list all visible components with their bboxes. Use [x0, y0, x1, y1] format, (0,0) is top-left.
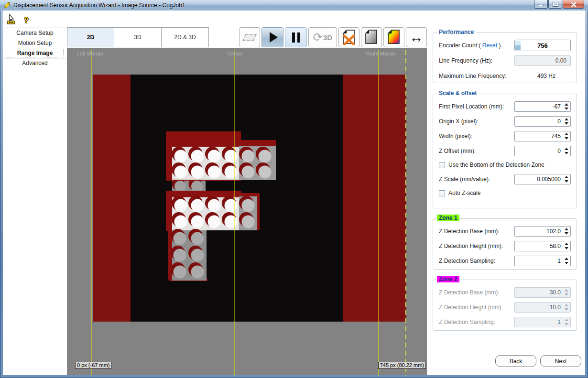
right-margin-label: Right Margin [366, 51, 396, 56]
auto-z-scale-checkbox-row: Auto Z-scale [433, 186, 577, 200]
play-icon [270, 32, 278, 43]
first-pixel-location-field[interactable]: -67 [514, 101, 571, 112]
palette-color-icon [387, 30, 401, 45]
z-scale-row: Z Scale (mm/value): 0.005000 [433, 172, 577, 186]
zone2-base-label: Z Detection Base (mm): [439, 289, 500, 296]
encoder-label-prefix: Encoder Count:( [439, 42, 482, 49]
line-frequency-value: 0.00 [555, 57, 566, 64]
close-icon [571, 1, 577, 7]
divider [4, 48, 66, 48]
zone1-sampling-field[interactable]: 1 [514, 256, 571, 266]
right-coordinate-readout: 745 px (80.22 mm) [378, 362, 426, 369]
sidebar-item-camera-setup[interactable]: Camera Setup [3, 28, 67, 38]
zone1-height-label: Z Detection Height (mm): [439, 243, 503, 249]
zone2-height-label: Z Detection Height (mm): [439, 304, 503, 311]
spinner-arrows[interactable] [565, 243, 568, 249]
play-button[interactable] [261, 27, 283, 47]
palette-none-icon [342, 30, 356, 45]
zone1-base-label: Z Detection Base (mm): [439, 228, 500, 235]
spinner-arrows[interactable] [565, 228, 568, 235]
title-bar[interactable]: Displacement Sensor Acquisition Wizard -… [0, 0, 588, 11]
pause-button[interactable] [285, 27, 307, 47]
minimize-icon [539, 5, 544, 6]
palette-color-button[interactable] [383, 27, 404, 47]
tab-2d[interactable]: 2D [67, 27, 114, 47]
viewer-toolbar: 2D 3D 2D & 3D ⟳ 3D [67, 27, 427, 48]
back-button[interactable]: Back [495, 355, 536, 367]
performance-group: Performance Encoder Count:( Reset ) 756 … [433, 32, 577, 83]
performance-group-title: Performance [437, 29, 476, 35]
encoder-count-row: Encoder Count:( Reset ) 756 [433, 38, 577, 53]
left-coordinate-readout: 0 px (-67 mm) [75, 362, 111, 369]
origin-x-field[interactable]: 0 [514, 116, 571, 127]
spinner-arrows [565, 319, 568, 325]
z-offset-row: Z Offset (mm): 0 [433, 143, 577, 158]
center-label: Center [227, 51, 243, 56]
spinner-arrows[interactable] [565, 103, 568, 110]
window-content: ? Camera Setup Motion Setup Range Image … [3, 11, 585, 375]
sidebar-nav: Camera Setup Motion Setup Range Image Ad… [3, 28, 67, 68]
zone1-height-field[interactable]: 58.0 [514, 241, 571, 251]
spinner-arrows [565, 289, 568, 296]
spinner-arrows[interactable] [565, 133, 568, 140]
auto-z-scale-checkbox[interactable] [439, 190, 445, 196]
line-frequency-row: Line Frequency (Hz): 0.00 [433, 53, 577, 68]
sidebar-item-motion-setup[interactable]: Motion Setup [3, 38, 67, 48]
z-scale-field[interactable]: 0.005000 [514, 174, 571, 184]
zone1-base-field[interactable]: 102.0 [514, 226, 571, 237]
window-title: Displacement Sensor Acquisition Wizard -… [13, 0, 185, 11]
minimize-button[interactable] [534, 0, 548, 9]
sidebar-item-advanced[interactable]: Advanced [3, 58, 67, 68]
zone1-sampling-row: Z Detection Sampling: 1 [433, 253, 577, 268]
spinner-arrows[interactable] [565, 176, 568, 183]
tab-3d[interactable]: 3D [114, 27, 162, 47]
z-offset-field[interactable]: 0 [514, 146, 571, 156]
width-field[interactable]: 745 [514, 131, 571, 141]
refresh-3d-label: 3D [323, 33, 332, 42]
maximize-button[interactable] [548, 0, 562, 9]
z-scale-label: Z Scale (mm/value): [439, 176, 490, 183]
region-tool-icon [242, 34, 257, 41]
window-frame: Displacement Sensor Acquisition Wizard -… [0, 0, 588, 378]
range-image-viewer[interactable]: Left Margin Center Right Margin 0 px (-6… [67, 48, 427, 375]
max-line-frequency-row: Maximum Line Frequency: 493 Hz [433, 68, 577, 84]
spinner-arrows[interactable] [565, 148, 568, 154]
scale-offset-group-title: Scale & offset [437, 90, 479, 97]
spinner-arrows [565, 304, 568, 311]
sidebar-item-range-image[interactable]: Range Image [6, 49, 64, 57]
width-label: Width (pixel): [439, 133, 472, 140]
settings-panel: Performance Encoder Count:( Reset ) 756 … [427, 11, 585, 375]
view-tabs: 2D 3D 2D & 3D [67, 27, 209, 47]
zone2-sampling-row: Z Detection Sampling: 1 [433, 314, 577, 329]
region-tool-button[interactable] [239, 27, 260, 47]
pan-horizontal-button[interactable]: ↔ [406, 27, 427, 47]
line-frequency-label: Line Frequency (Hz): [439, 57, 492, 64]
origin-x-row: Origin X (pixel): 0 [433, 114, 577, 129]
spinner-arrows[interactable] [565, 118, 568, 125]
close-button[interactable] [563, 0, 584, 9]
palette-grayscale-button[interactable] [361, 27, 382, 47]
next-button[interactable]: Next [540, 355, 581, 367]
encoder-count-label: Encoder Count:( Reset ) [439, 42, 501, 49]
first-pixel-location-label: First Pixel Location (mm): [439, 103, 504, 110]
zone1-group: Zone 1 Z Detection Base (mm): 102.0 Z De… [433, 218, 577, 270]
tab-2d-and-3d[interactable]: 2D & 3D [162, 27, 209, 47]
scale-offset-group: Scale & offset First Pixel Location (mm)… [433, 94, 577, 208]
encoder-label-suffix: ) [497, 42, 501, 49]
use-bottom-checkbox[interactable] [439, 162, 445, 168]
reset-link[interactable]: Reset [482, 42, 497, 49]
spinner-arrows[interactable] [565, 258, 568, 264]
refresh-3d-button[interactable]: ⟳ 3D [308, 27, 337, 47]
origin-x-label: Origin X (pixel): [439, 118, 479, 125]
zone2-height-field: 10.0 [514, 302, 571, 313]
toolbar-buttons: ⟳ 3D [239, 27, 427, 47]
use-bottom-checkbox-label: Use the Bottom of the Detection Zone [448, 162, 544, 168]
auto-z-scale-checkbox-label: Auto Z-scale [448, 190, 480, 196]
zone1-group-title: Zone 1 [437, 215, 459, 221]
first-pixel-location-row: First Pixel Location (mm): -67 [433, 99, 577, 114]
pointer-ruler-icon[interactable] [7, 13, 18, 25]
encoder-count-field[interactable]: 756 [514, 40, 571, 51]
pause-icon [292, 32, 300, 43]
help-icon[interactable]: ? [24, 16, 29, 25]
palette-none-button[interactable] [338, 27, 359, 47]
